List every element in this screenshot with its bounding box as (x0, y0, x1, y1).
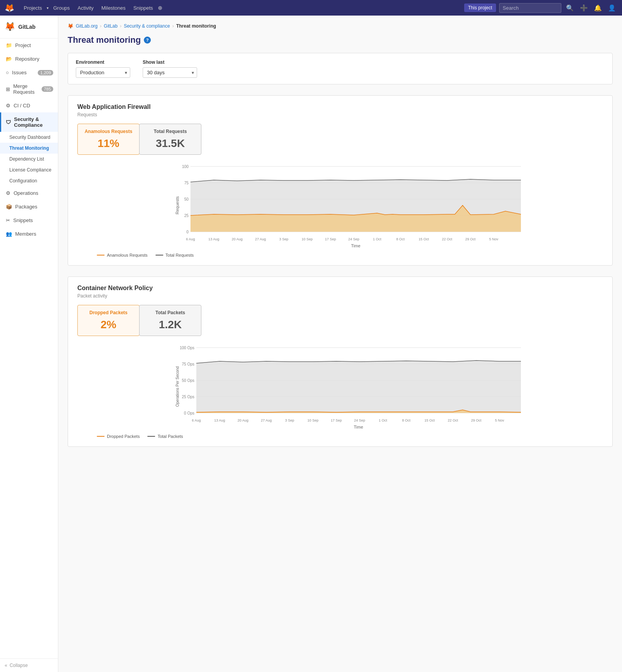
cnp-dropped-value: 2% (84, 318, 133, 331)
this-project-button[interactable]: This project (464, 4, 496, 12)
sidebar-item-project[interactable]: 📁 Project (0, 38, 58, 52)
breadcrumb-gitlab[interactable]: GitLab (104, 23, 117, 29)
sidebar-item-security-compliance[interactable]: 🛡 Security & Compliance (0, 112, 58, 132)
sidebar-collapse-button[interactable]: « Collapse (0, 658, 58, 672)
environment-select[interactable]: Production Staging Development (76, 67, 130, 78)
sidebar-item-issues[interactable]: ○ Issues 1,209 (0, 66, 58, 79)
environment-select-wrapper: Production Staging Development (76, 67, 130, 78)
svg-text:3 Sep: 3 Sep (279, 237, 288, 241)
help-icon[interactable]: ? (144, 37, 151, 44)
sidebar-members-label: Members (15, 231, 36, 237)
issues-icon: ○ (6, 70, 9, 75)
svg-text:29 Oct: 29 Oct (471, 418, 482, 422)
gitlab-breadcrumb-icon: 🦊 (68, 23, 73, 29)
breadcrumb-gitlabOrg[interactable]: GitLab.org (76, 23, 98, 29)
cnp-legend-total: Total Packets (147, 434, 183, 439)
nav-snippets[interactable]: Snippets (130, 4, 156, 12)
svg-text:24 Sep: 24 Sep (348, 237, 360, 241)
cnp-chart-svg: 100 Ops 75 Ops 50 Ops 25 Ops 0 Ops (97, 344, 603, 429)
svg-text:Time: Time (351, 243, 360, 248)
svg-text:10 Sep: 10 Sep (302, 237, 313, 241)
sidebar-sub-security-dashboard[interactable]: Security Dashboard (0, 132, 58, 143)
svg-text:3 Sep: 3 Sep (285, 418, 294, 422)
packages-icon: 📦 (6, 204, 12, 210)
svg-marker-38 (196, 360, 521, 413)
svg-text:15 Oct: 15 Oct (425, 418, 435, 422)
sidebar-ci-cd-label: CI / CD (14, 103, 30, 108)
page-title-text: Threat monitoring (68, 35, 141, 45)
cnp-legend-dropped: Dropped Packets (97, 434, 140, 439)
cnp-section: Container Network Policy Packet activity… (68, 276, 613, 447)
sidebar-merge-requests-label: Merge Requests (13, 83, 38, 95)
sidebar-item-snippets[interactable]: ✂ Snippets (0, 214, 58, 227)
show-last-select[interactable]: 7 days 30 days 90 days (143, 67, 197, 78)
waf-chart-svg: 100 75 50 25 0 6 Aug (97, 163, 603, 248)
snippets-icon: ✂ (6, 217, 10, 223)
svg-text:8 Oct: 8 Oct (402, 418, 411, 422)
breadcrumb: 🦊 GitLab.org › GitLab › Security & compl… (68, 23, 613, 29)
cnp-total-label: Total Packets (146, 310, 195, 315)
svg-text:5 Nov: 5 Nov (489, 237, 498, 241)
sidebar-item-operations[interactable]: ⚙ Operations (0, 186, 58, 200)
svg-text:100: 100 (182, 164, 189, 169)
sidebar-item-ci-cd[interactable]: ⚙ CI / CD (0, 99, 58, 112)
svg-text:0: 0 (186, 230, 189, 234)
svg-text:15 Oct: 15 Oct (419, 237, 429, 241)
svg-text:13 Aug: 13 Aug (214, 418, 225, 422)
notifications-button[interactable]: 🔔 (592, 4, 603, 12)
sidebar-item-packages[interactable]: 📦 Packages (0, 200, 58, 214)
nav-projects[interactable]: Projects (21, 4, 45, 12)
show-last-label: Show last (143, 60, 197, 65)
breadcrumb-sep3: › (172, 23, 174, 29)
sidebar-sub-threat-monitoring[interactable]: Threat Monitoring (0, 143, 58, 154)
sidebar-sub-license-compliance[interactable]: License Compliance (0, 164, 58, 175)
cnp-dropped-card: Dropped Packets 2% (77, 305, 140, 336)
search-input[interactable] (499, 3, 561, 13)
svg-text:17 Sep: 17 Sep (331, 418, 342, 422)
user-avatar[interactable]: 👤 (606, 4, 617, 12)
svg-text:1 Oct: 1 Oct (373, 237, 381, 241)
breadcrumb-current: Threat monitoring (176, 23, 216, 29)
sidebar-fox-icon: 🦊 (5, 22, 15, 32)
sidebar-operations-label: Operations (14, 190, 38, 196)
merge-requests-icon: ⊞ (6, 86, 10, 92)
search-button[interactable]: 🔍 (564, 4, 575, 12)
waf-total-label: Total Requests (146, 129, 195, 134)
nav-groups[interactable]: Groups (50, 4, 73, 12)
sidebar-item-merge-requests[interactable]: ⊞ Merge Requests 785 (0, 79, 58, 99)
waf-anomalous-card: Anamolous Requests 11% (77, 124, 140, 155)
sidebar-sub-configuration[interactable]: Configuration (0, 175, 58, 186)
sidebar-sub-dependency-list[interactable]: Dependency List (0, 154, 58, 164)
collapse-icon: « (5, 663, 7, 668)
nav-activity[interactable]: Activity (75, 4, 97, 12)
sidebar-item-repository[interactable]: 📂 Repository (0, 52, 58, 66)
svg-text:Time: Time (354, 425, 363, 429)
top-nav-logo: 🦊 (5, 3, 14, 12)
environment-label: Environment (76, 60, 130, 65)
waf-chart-legend: Anamolous Requests Total Requests (97, 253, 603, 257)
app-layout: 🦊 GitLab 📁 Project 📂 Repository ○ Issues… (0, 16, 622, 672)
cnp-legend-dropped-label: Dropped Packets (107, 434, 140, 439)
nav-milestones[interactable]: Milestones (98, 4, 129, 12)
svg-text:6 Aug: 6 Aug (186, 237, 195, 241)
environment-filter: Environment Production Staging Developme… (76, 60, 130, 78)
waf-section: Web Application Firewall Requests Anamol… (68, 95, 613, 266)
svg-text:50: 50 (184, 197, 189, 201)
svg-text:27 Aug: 27 Aug (261, 418, 272, 422)
sidebar-security-label: Security & Compliance (14, 116, 53, 128)
sidebar-item-members[interactable]: 👥 Members (0, 227, 58, 241)
sidebar: 🦊 GitLab 📁 Project 📂 Repository ○ Issues… (0, 16, 58, 672)
waf-title: Web Application Firewall (77, 103, 603, 110)
cnp-dropped-label: Dropped Packets (84, 310, 133, 315)
svg-text:17 Sep: 17 Sep (325, 237, 336, 241)
waf-legend-anomalous: Anamolous Requests (97, 253, 148, 257)
security-icon: 🛡 (6, 119, 11, 125)
sidebar-collapse-label: Collapse (10, 663, 28, 668)
svg-text:27 Aug: 27 Aug (255, 237, 266, 241)
svg-text:6 Aug: 6 Aug (192, 418, 201, 422)
cnp-subtitle: Packet activity (77, 293, 603, 299)
waf-legend-total-label: Total Requests (166, 253, 194, 257)
page-title: Threat monitoring ? (68, 35, 613, 45)
new-item-button[interactable]: ➕ (578, 4, 589, 12)
breadcrumb-security[interactable]: Security & compliance (124, 23, 170, 29)
